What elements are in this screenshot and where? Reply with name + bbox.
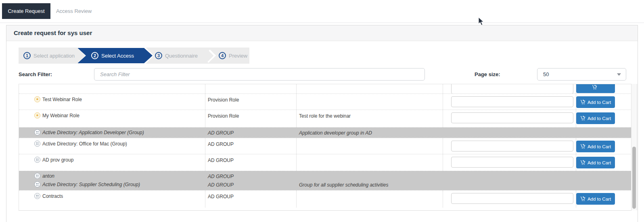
row-text-input[interactable] bbox=[451, 193, 573, 204]
table-row: Active Directory: Supplier Scheduling (G… bbox=[19, 180, 631, 190]
table-scrollbar bbox=[631, 84, 637, 210]
step-label: Questionnaire bbox=[165, 53, 198, 59]
star-circle-icon: ★ bbox=[34, 112, 40, 118]
row-name-cell: anton bbox=[19, 171, 205, 180]
users-circle-icon bbox=[34, 157, 40, 163]
cart-plus-icon bbox=[580, 144, 585, 149]
row-name-cell: ★ My Webinar Role bbox=[19, 110, 205, 127]
page-title: Create request for sys user bbox=[6, 25, 638, 41]
row-text-input[interactable] bbox=[451, 84, 573, 93]
row-name: Active Directory: Office for Mac (Group) bbox=[42, 141, 127, 147]
access-table: ★ Test Webinar Role Provision Role Add t… bbox=[19, 84, 631, 211]
row-description bbox=[296, 84, 443, 93]
row-text-input[interactable] bbox=[451, 112, 573, 123]
row-description bbox=[296, 154, 443, 171]
step-preview[interactable]: 4 Preview bbox=[219, 48, 247, 64]
cart-plus-icon bbox=[592, 85, 597, 90]
row-description: Test role for the webinar bbox=[296, 110, 443, 127]
row-text-input[interactable] bbox=[451, 157, 573, 168]
row-name: Test Webinar Role bbox=[42, 97, 82, 103]
row-action-cell bbox=[576, 171, 631, 180]
table-row: anton AD GROUP bbox=[19, 171, 631, 180]
step-number-badge: 4 bbox=[219, 52, 226, 59]
table-row: AD prov group AD GROUP Add to Cart bbox=[19, 154, 631, 171]
row-type bbox=[205, 84, 296, 93]
table-row: Contracts AD GROUP Add to Cart bbox=[19, 190, 631, 207]
row-action-cell bbox=[576, 84, 631, 93]
row-action-cell: Add to Cart bbox=[576, 138, 631, 154]
row-name-cell: AD prov group bbox=[19, 154, 205, 171]
row-description bbox=[296, 171, 443, 180]
step-questionnaire[interactable]: 3 Questionnaire bbox=[155, 48, 198, 64]
step-separator-chevron-icon bbox=[203, 50, 216, 63]
users-circle-icon bbox=[34, 129, 40, 135]
tabbar-divider bbox=[0, 23, 644, 23]
step-number-badge: 3 bbox=[155, 52, 162, 59]
row-type: Provision Role bbox=[205, 94, 296, 110]
row-name: Active Directory: Supplier Scheduling (G… bbox=[42, 182, 140, 188]
row-type: AD GROUP bbox=[205, 154, 296, 171]
row-input-cell bbox=[443, 110, 576, 127]
row-action-cell: Add to Cart bbox=[576, 154, 631, 171]
app-window: Create Request Access Review Create requ… bbox=[0, 0, 644, 222]
row-input-cell bbox=[443, 171, 576, 180]
row-name-cell bbox=[19, 84, 205, 93]
tab-access-review[interactable]: Access Review bbox=[51, 3, 96, 19]
row-action-cell: Add to Cart bbox=[576, 191, 631, 207]
step-select-application[interactable]: 1 Select application bbox=[23, 48, 75, 64]
row-type: AD GROUP bbox=[205, 180, 296, 190]
row-text-input[interactable] bbox=[451, 141, 573, 151]
row-action-cell: Add to Cart bbox=[576, 94, 631, 110]
row-action-cell: Add to Cart bbox=[576, 110, 631, 127]
chevron-down-icon bbox=[617, 73, 621, 76]
row-description bbox=[296, 94, 443, 110]
row-description bbox=[296, 138, 443, 154]
row-type: AD GROUP bbox=[205, 171, 296, 180]
cart-plus-icon bbox=[580, 116, 585, 121]
add-to-cart-button[interactable]: Add to Cart bbox=[576, 96, 615, 108]
row-name: Contracts bbox=[42, 193, 63, 199]
row-action-cell bbox=[576, 128, 631, 138]
row-name-cell: Active Directory: Office for Mac (Group) bbox=[19, 138, 205, 154]
table-scrollbar-thumb[interactable] bbox=[632, 147, 636, 209]
add-to-cart-button[interactable]: Add to Cart bbox=[576, 193, 615, 205]
add-to-cart-button[interactable]: Add to Cart bbox=[576, 112, 615, 124]
search-filter-label: Search Filter: bbox=[19, 68, 52, 81]
create-request-panel: Create request for sys user 1 Select app… bbox=[6, 25, 638, 222]
tab-create-request[interactable]: Create Request bbox=[2, 3, 50, 19]
wizard-stepper: 1 Select application 2 Select Access 3 Q… bbox=[19, 48, 249, 64]
row-input-cell bbox=[443, 94, 576, 110]
row-type: AD GROUP bbox=[205, 191, 296, 207]
table-row: Active Directory: Application Developer … bbox=[19, 127, 631, 138]
step-select-access[interactable]: 2 Select Access bbox=[77, 48, 153, 63]
add-to-cart-button[interactable]: Add to Cart bbox=[576, 141, 615, 152]
row-input-cell bbox=[443, 154, 576, 171]
row-name: AD prov group bbox=[42, 157, 73, 163]
row-type: AD GROUP bbox=[205, 128, 296, 138]
mouse-cursor-icon bbox=[478, 17, 484, 26]
row-name: anton bbox=[42, 173, 54, 179]
table-row: ★ My Webinar Role Provision Role Test ro… bbox=[19, 110, 631, 127]
row-name-cell: ★ Test Webinar Role bbox=[19, 94, 205, 110]
page-size-select[interactable]: 50 bbox=[537, 68, 626, 81]
row-name-cell: Active Directory: Application Developer … bbox=[19, 128, 205, 138]
row-name-cell: Contracts bbox=[19, 191, 205, 207]
row-input-cell bbox=[443, 180, 576, 190]
row-input-cell bbox=[443, 138, 576, 154]
row-type: Provision Role bbox=[205, 110, 296, 127]
row-text-input[interactable] bbox=[451, 96, 573, 107]
row-description: Application developer group in AD bbox=[296, 128, 443, 138]
star-circle-icon: ★ bbox=[34, 96, 40, 102]
row-description bbox=[296, 191, 443, 207]
add-to-cart-button[interactable]: Add to Cart bbox=[576, 157, 615, 168]
add-to-cart-button[interactable] bbox=[576, 84, 615, 93]
row-input-cell bbox=[443, 191, 576, 207]
cart-plus-icon bbox=[580, 160, 585, 165]
table-row: Active Directory: Office for Mac (Group)… bbox=[19, 138, 631, 154]
cart-plus-icon bbox=[580, 100, 585, 105]
search-filter-input[interactable] bbox=[94, 68, 425, 81]
step-number-badge: 2 bbox=[91, 52, 98, 59]
row-action-cell bbox=[576, 180, 631, 190]
row-input-cell bbox=[443, 84, 576, 93]
table-row bbox=[19, 84, 631, 93]
